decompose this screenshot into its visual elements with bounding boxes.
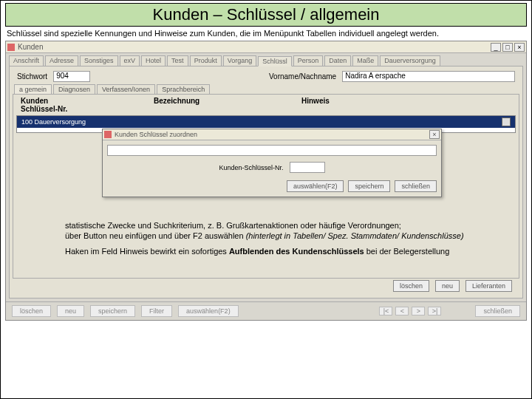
- notes-block: statistische Zwecke und Suchkriterium, z…: [65, 220, 475, 261]
- footer-save-button[interactable]: speichern: [90, 305, 135, 317]
- hinweis-checkbox[interactable]: [502, 117, 511, 126]
- dialog-title: Kunden Schlüssel zuordnen: [115, 131, 197, 138]
- inner-panel: Kunden Schlüssel-Nr. Bezeichnung Hinweis…: [13, 94, 519, 279]
- outer-tab-4[interactable]: Hotel: [141, 55, 166, 66]
- intro-text: Schlüssel sind spezielle Kennungen und H…: [7, 29, 525, 38]
- maximize-button[interactable]: □: [502, 43, 513, 52]
- nav-button-0[interactable]: |<: [379, 307, 392, 316]
- footer-new-button[interactable]: neu: [57, 305, 84, 317]
- note1-line1: statistische Zwecke und Suchkriterium, z…: [65, 221, 401, 230]
- tab-panel: Stichwort 904 Vorname/Nachname Nadira A …: [9, 66, 523, 299]
- nav-button-1[interactable]: <: [395, 307, 409, 316]
- inner-tab-1[interactable]: Diagnosen: [53, 84, 95, 94]
- list-row[interactable]: 100 Dauerversorgung: [17, 116, 515, 128]
- outer-tab-9[interactable]: Person: [293, 55, 324, 66]
- list-row-text: 100 Dauerversorgung: [21, 118, 86, 126]
- panel-bottom-buttons: löschen neu Lieferanten: [20, 280, 512, 292]
- inner-tabstrip: a gemeinDiagnosenVerfassen/IonenSprachbe…: [14, 84, 518, 94]
- inner-tab-0[interactable]: a gemein: [14, 84, 52, 94]
- dialog-long-field[interactable]: [107, 145, 437, 156]
- nav-button-3[interactable]: >|: [428, 307, 441, 316]
- footer-nav: |<<>>|: [379, 307, 441, 316]
- note1-line2-ital: (hinterlegt in Tabellen/ Spez. Stammdate…: [246, 231, 464, 240]
- assign-key-dialog: Kunden Schlüssel zuordnen × Kunden-Schlü…: [102, 129, 442, 197]
- note2-bold: Aufblenden des Kundenschlüssels: [229, 247, 364, 256]
- outer-tab-5[interactable]: Test: [167, 55, 188, 66]
- nav-button-2[interactable]: >: [412, 307, 425, 316]
- dialog-save-button[interactable]: speichern: [348, 180, 390, 192]
- outer-tab-2[interactable]: Sonstiges: [80, 55, 118, 66]
- dialog-select-button[interactable]: auswählen(F2): [287, 180, 344, 192]
- outer-tab-12[interactable]: Dauerversorgung: [380, 55, 440, 66]
- inner-tab-2[interactable]: Verfassen/Ionen: [97, 84, 155, 94]
- panel-suppliers-button[interactable]: Lieferanten: [466, 280, 512, 292]
- outer-tab-11[interactable]: Maße: [352, 55, 378, 66]
- dialog-close-action-button[interactable]: schließen: [395, 180, 437, 192]
- outer-tab-3[interactable]: exV: [120, 55, 140, 66]
- label-stichwort: Stichwort: [17, 72, 47, 81]
- header-row: Stichwort 904 Vorname/Nachname Nadira A …: [17, 71, 515, 82]
- app-window: Kunden _ □ × AnschriftAdresseSonstigesex…: [5, 41, 527, 321]
- label-name: Vorname/Nachname: [269, 72, 336, 81]
- dialog-body: Kunden-Schlüssel-Nr. auswählen(F2) speic…: [103, 140, 441, 197]
- minimize-button[interactable]: _: [491, 43, 501, 52]
- col-hinweis: Hinweis: [301, 97, 390, 113]
- outer-tab-0[interactable]: Anschrift: [9, 55, 44, 66]
- window-title: Kunden: [18, 43, 43, 51]
- field-stichwort[interactable]: 904: [53, 71, 90, 82]
- inner-tab-3[interactable]: Sprachbereich: [157, 84, 210, 94]
- close-button[interactable]: ×: [514, 43, 525, 52]
- dialog-field-label: Kunden-Schlüssel-Nr.: [219, 164, 283, 171]
- col-schluessel-nr: Kunden Schlüssel-Nr.: [21, 97, 154, 113]
- panel-new-button[interactable]: neu: [435, 280, 460, 292]
- dialog-icon: [104, 131, 112, 138]
- note1-line2-pre: über Button neu einfügen und über F2 aus…: [65, 231, 246, 240]
- page-title: Kunden – Schlüssel / allgemein: [153, 5, 380, 24]
- outer-tab-7[interactable]: Vorgang: [223, 55, 257, 66]
- outer-tab-1[interactable]: Adresse: [45, 55, 78, 66]
- outer-tab-8[interactable]: Schlüssl: [258, 56, 292, 66]
- outer-tab-10[interactable]: Daten: [324, 55, 351, 66]
- footer-toolbar: löschen neu speichern Filter auswählen(F…: [6, 301, 526, 320]
- footer-close-button[interactable]: schließen: [475, 305, 520, 317]
- footer-filter-button[interactable]: Filter: [141, 305, 172, 317]
- footer-select-button[interactable]: auswählen(F2): [178, 305, 239, 317]
- dialog-key-input[interactable]: [290, 162, 325, 173]
- column-headers: Kunden Schlüssel-Nr. Bezeichnung Hinweis: [13, 95, 519, 115]
- outer-tab-6[interactable]: Produkt: [190, 55, 222, 66]
- note2-pre: Haken im Feld Hinweis bewirkt ein sofort…: [65, 247, 229, 256]
- window-titlebar: Kunden _ □ ×: [6, 41, 526, 53]
- footer-delete-button[interactable]: löschen: [12, 305, 51, 317]
- panel-delete-button[interactable]: löschen: [393, 280, 429, 292]
- field-name[interactable]: Nadira A erspache: [342, 71, 515, 82]
- page-title-banner: Kunden – Schlüssel / allgemein: [5, 3, 527, 27]
- app-icon: [7, 44, 15, 51]
- col-bezeichnung: Bezeichnung: [154, 97, 301, 113]
- dialog-titlebar: Kunden Schlüssel zuordnen ×: [103, 129, 441, 140]
- outer-tabstrip: AnschriftAdresseSonstigesexVHotelTestPro…: [9, 55, 523, 66]
- note2-post: bei der Belegerstellung: [364, 247, 450, 256]
- dialog-close-button[interactable]: ×: [429, 130, 440, 139]
